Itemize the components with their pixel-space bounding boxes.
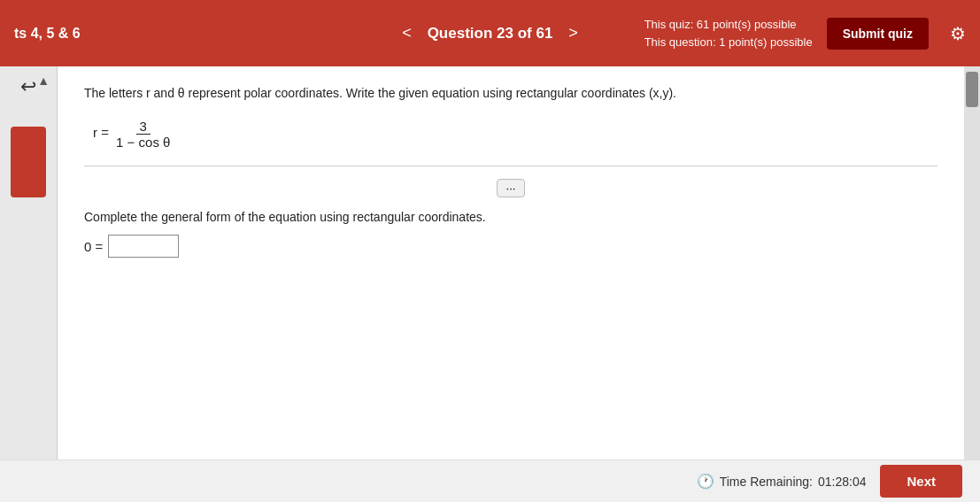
- scroll-up-icon[interactable]: ▲: [37, 73, 50, 88]
- question-points-label: This question: 1 point(s) possible: [644, 34, 813, 51]
- question-navigation: < Question 23 of 61 >: [395, 20, 585, 46]
- sidebar: ↩ ▲ ▼: [0, 66, 58, 502]
- answer-input[interactable]: [108, 235, 179, 258]
- time-remaining-label: Time Remaining:: [720, 475, 813, 489]
- back-arrow-icon[interactable]: ↩: [20, 75, 36, 98]
- answer-row: 0 =: [84, 235, 938, 258]
- divider: [84, 166, 938, 166]
- equation-fraction: 3 1 − cos θ: [112, 119, 174, 150]
- scroll-thumb[interactable]: [966, 72, 978, 107]
- time-remaining-value: 01:28:04: [818, 475, 867, 489]
- next-button[interactable]: Next: [880, 465, 962, 498]
- next-question-button[interactable]: >: [561, 20, 585, 46]
- expand-dots-button[interactable]: ···: [497, 179, 526, 197]
- clock-icon: 🕐: [697, 473, 714, 490]
- polar-equation: r = 3 1 − cos θ: [93, 119, 938, 150]
- question-counter: Question 23 of 61: [428, 25, 553, 42]
- fraction-denominator: 1 − cos θ: [112, 135, 174, 150]
- gear-icon[interactable]: ⚙: [950, 23, 966, 44]
- header-title: ts 4, 5 & 6: [14, 26, 120, 42]
- answer-prefix: 0 =: [84, 239, 103, 254]
- submit-quiz-button[interactable]: Submit quiz: [827, 18, 929, 50]
- header: ts 4, 5 & 6 < Question 23 of 61 > This q…: [0, 0, 980, 66]
- question-text: The letters r and θ represent polar coor…: [84, 84, 938, 103]
- equation-r-equals: r =: [93, 125, 109, 140]
- fraction-numerator: 3: [136, 119, 150, 135]
- content-area: The letters r and θ represent polar coor…: [58, 66, 964, 502]
- quiz-points-label: This quiz: 61 point(s) possible: [644, 16, 813, 34]
- complete-instruction-text: Complete the general form of the equatio…: [84, 210, 938, 224]
- scrollbar-area: [964, 66, 980, 502]
- footer: 🕐 Time Remaining: 01:28:04 Next: [0, 460, 980, 502]
- main-container: ↩ ▲ ▼ The letters r and θ represent pola…: [0, 66, 980, 502]
- quiz-info: This quiz: 61 point(s) possible This que…: [644, 16, 813, 50]
- time-remaining: 🕐 Time Remaining: 01:28:04: [697, 473, 867, 490]
- sidebar-progress-block: [11, 127, 46, 197]
- prev-question-button[interactable]: <: [395, 20, 419, 46]
